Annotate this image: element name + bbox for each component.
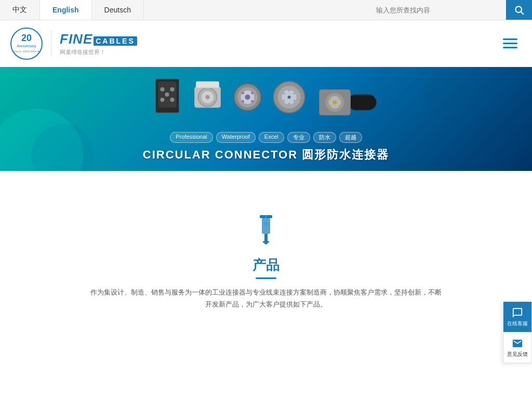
header: 20 Anniversary Since 2003 With ♥ FINE CA… bbox=[0, 20, 532, 67]
svg-point-25 bbox=[251, 100, 254, 103]
anniversary-badge: 20 Anniversary Since 2003 With ♥ bbox=[10, 28, 43, 60]
product-section-title: 产品 bbox=[252, 256, 280, 274]
svg-point-16 bbox=[206, 95, 210, 99]
product-description: 作为集设计、制造、销售与服务为一体的工业连接器与专业线束连接方案制造商，协顺聚焦… bbox=[89, 286, 443, 311]
online-service-button[interactable]: 在线客服 bbox=[503, 302, 531, 332]
svg-text:Anniversary: Anniversary bbox=[17, 44, 36, 48]
svg-point-42 bbox=[339, 98, 341, 100]
banner-tag: 超越 bbox=[339, 132, 362, 143]
svg-point-32 bbox=[283, 100, 285, 102]
svg-rect-36 bbox=[348, 95, 377, 110]
svg-point-40 bbox=[333, 100, 337, 104]
svg-point-21 bbox=[245, 95, 250, 100]
svg-point-24 bbox=[242, 100, 244, 103]
svg-rect-52 bbox=[268, 222, 269, 226]
product-icon bbox=[250, 212, 282, 249]
connector-4 bbox=[273, 79, 307, 115]
search-button[interactable] bbox=[506, 0, 532, 20]
svg-text:Since 2003 With ♥: Since 2003 With ♥ bbox=[14, 50, 39, 53]
svg-point-8 bbox=[161, 87, 165, 91]
svg-point-11 bbox=[170, 98, 175, 102]
banner-tag: 防水 bbox=[313, 132, 336, 143]
side-float: 在线客服 意见反馈 bbox=[503, 301, 532, 363]
language-tabs: 中文 English Deutsch bbox=[0, 0, 144, 20]
feedback-button[interactable]: 意见反馈 bbox=[503, 332, 531, 363]
svg-rect-50 bbox=[264, 222, 265, 226]
svg-text:20: 20 bbox=[21, 33, 32, 43]
svg-point-43 bbox=[328, 105, 331, 108]
product-section: 产品 作为集设计、制造、销售与服务为一体的工业连接器与专业线束连接方案制造商，协… bbox=[0, 212, 532, 311]
svg-point-22 bbox=[242, 92, 244, 95]
logo-divider bbox=[51, 31, 51, 57]
svg-point-31 bbox=[294, 92, 296, 95]
logo-slogan: 网巢缔造接世界！ bbox=[60, 48, 137, 56]
connector-5 bbox=[317, 89, 379, 115]
svg-point-12 bbox=[165, 92, 169, 97]
product-underline bbox=[256, 277, 276, 279]
svg-line-1 bbox=[521, 12, 524, 15]
connector-images bbox=[153, 76, 379, 115]
decor-circle-3 bbox=[423, 72, 470, 119]
search-area bbox=[371, 0, 532, 20]
connector-3 bbox=[234, 82, 262, 115]
banner: ProfessionalWaterproofExcel专业防水超越 CIRCUL… bbox=[0, 67, 532, 171]
connector-1 bbox=[153, 76, 182, 115]
product-icon-area bbox=[250, 212, 282, 251]
lang-de[interactable]: Deutsch bbox=[92, 0, 144, 20]
logo-fine: FINE bbox=[60, 31, 92, 47]
banner-tag: Excel bbox=[259, 132, 284, 143]
feedback-label: 意见反馈 bbox=[507, 351, 528, 357]
top-bar: 中文 English Deutsch bbox=[0, 0, 532, 20]
connector-2 bbox=[192, 79, 223, 115]
svg-point-41 bbox=[328, 98, 331, 100]
lang-en[interactable]: English bbox=[40, 0, 92, 20]
svg-rect-46 bbox=[262, 218, 270, 234]
hamburger-line-3 bbox=[503, 47, 517, 48]
svg-point-23 bbox=[251, 92, 254, 95]
logo-area[interactable]: 20 Anniversary Since 2003 With ♥ FINE CA… bbox=[10, 28, 137, 60]
banner-title: CIRCULAR CONNECTOR 圆形防水连接器 bbox=[0, 147, 532, 163]
search-input[interactable] bbox=[371, 6, 506, 14]
hamburger-menu[interactable] bbox=[499, 34, 522, 52]
svg-point-35 bbox=[288, 103, 290, 105]
svg-point-9 bbox=[170, 87, 175, 91]
chat-icon bbox=[512, 307, 523, 318]
svg-rect-51 bbox=[266, 222, 267, 226]
svg-point-33 bbox=[294, 100, 296, 102]
logo-cables: CABLES bbox=[94, 36, 137, 46]
svg-point-29 bbox=[288, 96, 291, 99]
online-service-label: 在线客服 bbox=[507, 320, 528, 327]
svg-point-30 bbox=[283, 92, 285, 95]
main-content: 产品 作为集设计、制造、销售与服务为一体的工业连接器与专业线束连接方案制造商，协… bbox=[0, 171, 532, 368]
banner-content: ProfessionalWaterproofExcel专业防水超越 CIRCUL… bbox=[0, 132, 532, 163]
svg-rect-17 bbox=[196, 82, 219, 88]
svg-rect-48 bbox=[263, 241, 269, 243]
lang-zh[interactable]: 中文 bbox=[0, 0, 40, 20]
banner-tag: Waterproof bbox=[216, 132, 256, 143]
banner-tag: Professional bbox=[170, 132, 213, 143]
search-icon bbox=[514, 5, 524, 15]
hamburger-line-2 bbox=[503, 43, 517, 44]
hamburger-line-1 bbox=[503, 38, 517, 40]
banner-tag: 专业 bbox=[287, 132, 310, 143]
mail-icon bbox=[512, 338, 523, 349]
svg-point-10 bbox=[161, 98, 165, 102]
logo-text: FINE CABLES 网巢缔造接世界！ bbox=[60, 31, 137, 56]
svg-point-44 bbox=[339, 105, 341, 108]
svg-point-34 bbox=[288, 89, 290, 91]
banner-tags: ProfessionalWaterproofExcel专业防水超越 bbox=[0, 132, 532, 143]
